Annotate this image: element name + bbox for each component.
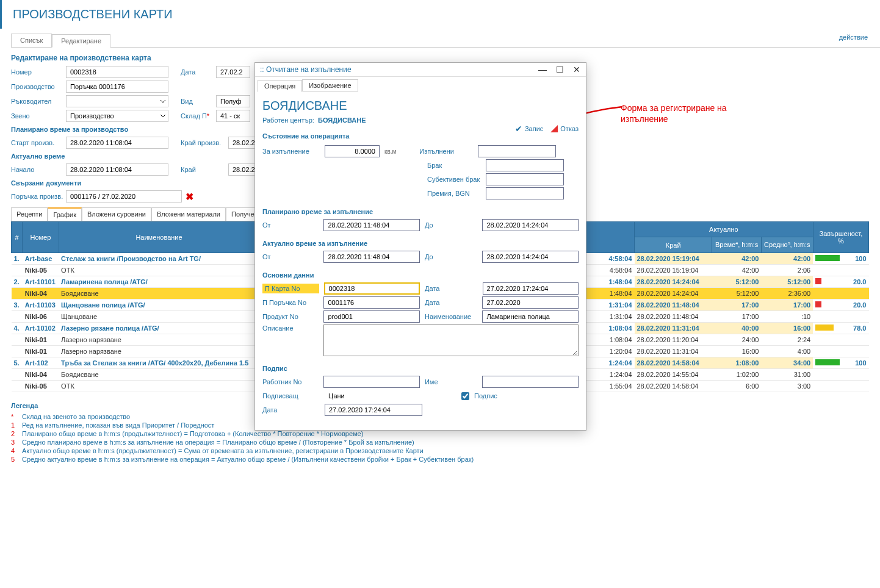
maximize-icon[interactable]: ☐ bbox=[555, 65, 564, 74]
annotation-text: Форма за регистриране на изпълнение bbox=[621, 102, 727, 124]
production-input[interactable] bbox=[66, 81, 168, 93]
tab-edit[interactable]: Редактиране bbox=[52, 34, 110, 48]
warehouse-label: Склад П* bbox=[181, 112, 216, 120]
sign-section: Подпис bbox=[262, 365, 579, 372]
prod-name-label: Наименование bbox=[425, 313, 478, 320]
edit-heading: Редактиране на производствена карта bbox=[11, 54, 869, 62]
plan-to-input[interactable] bbox=[482, 219, 579, 231]
bonus-input[interactable] bbox=[486, 187, 564, 199]
scrap-label: Брак bbox=[427, 162, 481, 169]
unit-select[interactable]: Производство bbox=[66, 110, 168, 122]
start-label: Старт произв. bbox=[11, 139, 66, 146]
plan-to-label: До bbox=[425, 221, 478, 229]
unit-label: Звено bbox=[11, 112, 66, 120]
bonus-label: Премия, BGN bbox=[427, 190, 481, 197]
operation-heading: БОЯДИСВАНЕ bbox=[262, 99, 579, 113]
leader-select[interactable] bbox=[66, 95, 168, 107]
sign-date-label: Дата bbox=[262, 406, 320, 414]
th-name[interactable]: Наименование bbox=[59, 222, 259, 253]
prod-label: Продукт No bbox=[262, 313, 319, 320]
order-input[interactable] bbox=[66, 190, 182, 203]
for-exec-input[interactable] bbox=[325, 145, 380, 157]
dialog-tab-operation[interactable]: Операция bbox=[258, 80, 302, 92]
subtab-raw[interactable]: Вложени суровини bbox=[82, 207, 151, 221]
th-time[interactable]: Време⁴, h:m:s bbox=[712, 237, 762, 253]
plan-from-input[interactable] bbox=[323, 219, 420, 231]
unit-label: кв.м bbox=[384, 148, 396, 155]
type-input[interactable] bbox=[216, 95, 250, 107]
type-label: Вид bbox=[181, 98, 216, 105]
worker-no-input[interactable] bbox=[323, 376, 420, 388]
save-button[interactable]: ✔Запис bbox=[515, 124, 543, 134]
main-tabs: Списък Редактиране bbox=[11, 34, 880, 48]
dialog-tab-image[interactable]: Изображение bbox=[302, 79, 358, 91]
worker-name-label: Име bbox=[425, 378, 478, 385]
page-title: ПРОИЗВОДСТВЕНИ КАРТИ bbox=[0, 0, 880, 29]
card-label: П Карта No bbox=[262, 284, 319, 293]
legend-row: 2Планирано общо време в h:m:s (продължит… bbox=[11, 430, 869, 437]
leader-label: Ръководител bbox=[11, 98, 66, 105]
dialog-title-text: :: Отчитане на изпълнение bbox=[260, 65, 352, 74]
legend-row: 5Средно актуално време в h:m:s за изпълн… bbox=[11, 456, 869, 463]
desc-label: Описание bbox=[262, 324, 319, 332]
actual-start-input[interactable] bbox=[66, 163, 168, 176]
dlg-order-input[interactable] bbox=[323, 296, 420, 309]
execution-dialog: :: Отчитане на изпълнение — ☐ ✕ Операция… bbox=[254, 62, 586, 431]
minimize-icon[interactable]: — bbox=[538, 65, 547, 74]
cancel-button[interactable]: Отказ bbox=[550, 124, 579, 134]
warehouse-input[interactable] bbox=[216, 110, 250, 122]
th-done[interactable]: Завършеност, % bbox=[813, 222, 868, 253]
desc-textarea[interactable] bbox=[323, 324, 579, 356]
sign-checkbox[interactable] bbox=[461, 392, 469, 400]
prod-name-input[interactable] bbox=[482, 310, 579, 323]
prod-input[interactable] bbox=[323, 310, 420, 323]
plan-from-label: От bbox=[262, 221, 319, 229]
close-icon[interactable]: ✕ bbox=[572, 65, 581, 74]
done-input[interactable] bbox=[478, 145, 556, 157]
th-end[interactable]: Край bbox=[635, 237, 712, 253]
act-to-label: До bbox=[425, 253, 478, 260]
dlg-order-date-input[interactable] bbox=[482, 296, 579, 309]
date-input[interactable] bbox=[216, 66, 250, 78]
subtab-graphic[interactable]: График bbox=[48, 207, 82, 221]
date-label: Дата bbox=[181, 68, 216, 76]
subtab-recipes[interactable]: Рецепти bbox=[11, 207, 48, 221]
th-actual: Актуално bbox=[635, 222, 813, 237]
act-from-input[interactable] bbox=[323, 251, 420, 263]
md-date-label: Дата bbox=[425, 285, 477, 292]
sign-chk-label: Подпис bbox=[474, 392, 497, 400]
dlg-order-date-label: Дата bbox=[425, 299, 478, 306]
th-num[interactable]: Номер bbox=[23, 222, 59, 253]
state-section: Състояние на операцията bbox=[262, 132, 349, 140]
order-label: Поръчка произв. bbox=[11, 193, 66, 200]
action-link[interactable]: действие bbox=[839, 34, 868, 41]
card-input[interactable] bbox=[324, 282, 420, 295]
subtab-materials[interactable]: Вложени материали bbox=[151, 207, 226, 221]
tab-list[interactable]: Списък bbox=[11, 34, 52, 47]
worker-no-label: Работник No bbox=[262, 378, 319, 385]
number-input[interactable] bbox=[66, 66, 168, 78]
subscrap-label: Субективен брак bbox=[427, 176, 481, 183]
actual-end-label: Край bbox=[181, 166, 228, 173]
actual-start-label: Начало bbox=[11, 166, 66, 173]
done-label: Изпълнени bbox=[419, 148, 473, 155]
th-hash: # bbox=[12, 222, 23, 253]
legend-row: 4Актуално общо време в h:m:s (продължите… bbox=[11, 447, 869, 454]
sign-date-input[interactable] bbox=[325, 404, 422, 416]
delete-doc-icon[interactable]: ✖ bbox=[186, 191, 193, 203]
md-date-input[interactable] bbox=[483, 282, 579, 295]
signer-value bbox=[325, 390, 422, 402]
production-label: Производство bbox=[11, 83, 66, 90]
actual-section: Актуално време за изпълнение bbox=[262, 240, 579, 247]
th-avg[interactable]: Средно⁵, h:m:s bbox=[761, 237, 813, 253]
worker-name-input[interactable] bbox=[482, 376, 579, 388]
subscrap-input[interactable] bbox=[486, 173, 564, 185]
scrap-input[interactable] bbox=[486, 159, 564, 171]
signer-label: Подписващ bbox=[262, 392, 320, 400]
start-input[interactable] bbox=[66, 137, 168, 149]
act-to-input[interactable] bbox=[482, 251, 579, 263]
end-label: Край произв. bbox=[181, 139, 228, 146]
workcenter-row: Работен център: БОЯДИСВАНЕ bbox=[262, 117, 579, 124]
for-exec-label: За изпълнение bbox=[262, 148, 320, 155]
act-from-label: От bbox=[262, 253, 319, 260]
